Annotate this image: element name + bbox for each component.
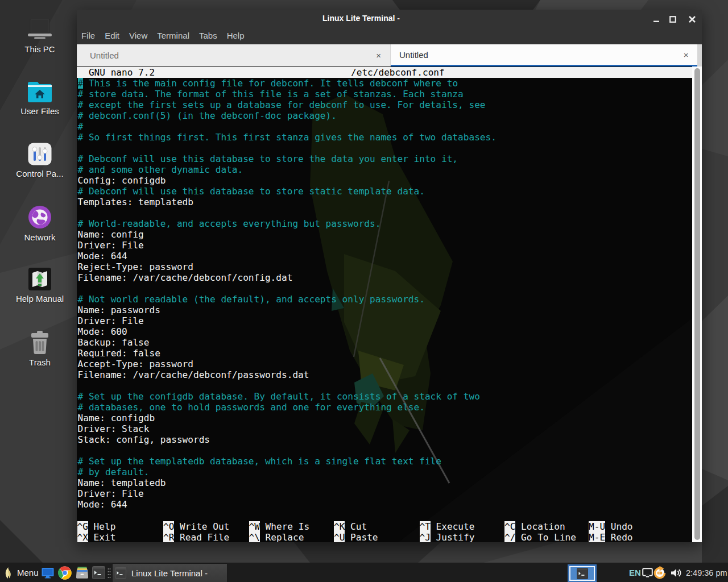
- nano-line: Name: passwords: [78, 305, 160, 315]
- nano-line: # So first things first. This first stan…: [78, 132, 497, 143]
- nano-shortcut: M-U Undo: [589, 521, 633, 532]
- menu-button[interactable]: Menu: [3, 563, 39, 582]
- tab-untitled-1[interactable]: Untitled ×: [77, 44, 390, 66]
- desktop-icon-trash[interactable]: Trash: [9, 330, 71, 367]
- desktop-icon-label: This PC: [9, 44, 71, 54]
- nano-shortcut: ^W Where Is: [249, 521, 310, 532]
- nano-line: Driver: File: [78, 315, 144, 326]
- linux-lite-logo-icon: [3, 567, 13, 579]
- terminal-scrollbar[interactable]: [692, 66, 702, 542]
- nano-shortcut: ^O Write Out: [163, 521, 229, 532]
- nano-line: Mode: 600: [78, 326, 127, 337]
- speaker-icon: [671, 568, 681, 578]
- nano-line: # World-readable, and accepts everything…: [78, 218, 381, 229]
- update-refresh-icon: [652, 566, 667, 580]
- display-icon: [42, 567, 54, 579]
- menu-file[interactable]: File: [81, 31, 95, 40]
- taskbar-window-button-label: Linux Lite Terminal -: [131, 568, 208, 578]
- desktop-icon-label: Network: [9, 232, 71, 242]
- close-button[interactable]: [688, 15, 697, 24]
- desktop-icon-label: Trash: [9, 357, 71, 367]
- tab-untitled-2[interactable]: Untitled ×: [391, 44, 697, 66]
- tray-terminal-indicator[interactable]: [568, 564, 597, 582]
- nano-line: # databases, one to hold passwords and o…: [78, 402, 425, 413]
- tab-close-icon[interactable]: ×: [376, 51, 381, 60]
- nano-line: Templates: templatedb: [78, 197, 193, 207]
- desktop-icon-user-files[interactable]: User Files: [9, 80, 71, 116]
- scrollbar-thumb[interactable]: [694, 68, 700, 540]
- desktop-icon-help-manual[interactable]: Help Manual: [9, 268, 71, 304]
- desktop: This PC User Files: [0, 0, 728, 582]
- terminal-icon: [577, 568, 588, 579]
- taskbar-terminal-launcher[interactable]: [92, 563, 105, 582]
- settings-sliders-icon: [28, 143, 52, 165]
- desktop-icon-control-panel[interactable]: Control Pa...: [9, 143, 71, 178]
- nano-line: Name: configdb: [78, 413, 155, 423]
- close-icon: [688, 15, 697, 24]
- nano-line: #: [78, 121, 84, 132]
- nano-shortcut: M-E Redo: [589, 532, 633, 542]
- nano-shortcut: ^G Help: [77, 521, 116, 532]
- terminal-window: Linux Lite Terminal - File Edit View Ter…: [77, 10, 702, 542]
- nano-shortcut: ^K Cut: [334, 521, 367, 532]
- terminal-icon: [115, 567, 126, 579]
- nano-line: Filename: /var/cache/debconf/passwords.d…: [78, 369, 309, 380]
- menu-edit[interactable]: Edit: [105, 31, 119, 40]
- network-globe-icon: [28, 205, 52, 229]
- nano-line: # except the first sets up a database fo…: [78, 99, 486, 110]
- tray-volume-icon[interactable]: [671, 563, 681, 582]
- nano-line: Mode: 644: [78, 499, 127, 510]
- menu-help[interactable]: Help: [227, 31, 245, 40]
- nano-shortcut: ^C Location: [504, 521, 565, 532]
- taskbar-separator-handle[interactable]: [107, 563, 111, 582]
- taskbar-display-launcher[interactable]: [42, 563, 54, 582]
- nano-line: Config: configdb: [78, 175, 166, 186]
- nano-shortcut: ^/ Go To Line: [504, 532, 576, 542]
- nano-line: # Debconf will use this database to stor…: [78, 186, 425, 197]
- chrome-icon: [58, 566, 72, 580]
- nano-line: # Set up the templatedb database, which …: [78, 456, 442, 467]
- menu-view[interactable]: View: [129, 31, 147, 40]
- menu-terminal[interactable]: Terminal: [157, 31, 189, 40]
- nano-line: # Debconf will use this database to stor…: [78, 153, 458, 164]
- nano-shortcut: ^R Read File: [163, 532, 229, 542]
- nano-line: Required: false: [78, 348, 160, 359]
- nano-version: GNU nano 7.2: [78, 67, 155, 78]
- terminal-icon: [92, 566, 105, 579]
- menu-tabs[interactable]: Tabs: [199, 31, 217, 40]
- nano-shortcut: ^J Justify: [420, 532, 475, 542]
- taskbar-clock[interactable]: 2:49:36 pm: [686, 568, 727, 577]
- language-indicator[interactable]: EN: [629, 568, 641, 577]
- nano-line: Filename: /var/cache/debconf/config.dat: [78, 272, 293, 283]
- menu-button-label: Menu: [17, 568, 39, 577]
- tab-close-icon[interactable]: ×: [684, 50, 689, 60]
- nano-line: # Set up the configdb database. By defau…: [78, 391, 480, 402]
- nano-shortcut: ^U Paste: [334, 532, 378, 542]
- nano-line: Reject-Type: password: [78, 261, 193, 272]
- nano-shortcut: ^T Execute: [420, 521, 475, 532]
- nano-filename: /etc/debconf.conf: [351, 67, 445, 78]
- tray-update-icon[interactable]: [652, 563, 667, 582]
- taskbar-chrome-launcher[interactable]: [58, 563, 72, 582]
- nano-cursor: #: [78, 78, 84, 89]
- taskbar-window-button[interactable]: Linux Lite Terminal -: [112, 563, 228, 582]
- desktop-icon-this-pc[interactable]: This PC: [9, 19, 71, 54]
- home-folder-icon: [26, 80, 53, 103]
- taskbar-file-manager-launcher[interactable]: [76, 563, 89, 582]
- minimize-button[interactable]: [652, 15, 661, 24]
- maximize-button[interactable]: [668, 15, 677, 24]
- desktop-icon-network[interactable]: Network: [9, 205, 71, 242]
- nano-line: Backup: false: [78, 337, 150, 348]
- terminal-screen[interactable]: GNU nano 7.2/etc/debconf.conf # This is …: [77, 66, 692, 542]
- tray-display-icon[interactable]: [642, 563, 653, 582]
- nano-line: Accept-Type: password: [78, 359, 193, 369]
- nano-titlebar: GNU nano 7.2/etc/debconf.conf: [77, 67, 692, 78]
- trash-icon: [28, 330, 52, 354]
- nano-line: # This is the main config file for debco…: [78, 78, 458, 89]
- nano-line: # store data. The format of this file is…: [78, 89, 464, 99]
- menu-bar: File Edit View Terminal Tabs Help: [77, 27, 702, 44]
- help-map-icon: [28, 268, 52, 290]
- nano-line: Name: config: [78, 229, 144, 240]
- window-titlebar[interactable]: Linux Lite Terminal -: [77, 10, 702, 27]
- taskbar: Menu: [0, 563, 728, 582]
